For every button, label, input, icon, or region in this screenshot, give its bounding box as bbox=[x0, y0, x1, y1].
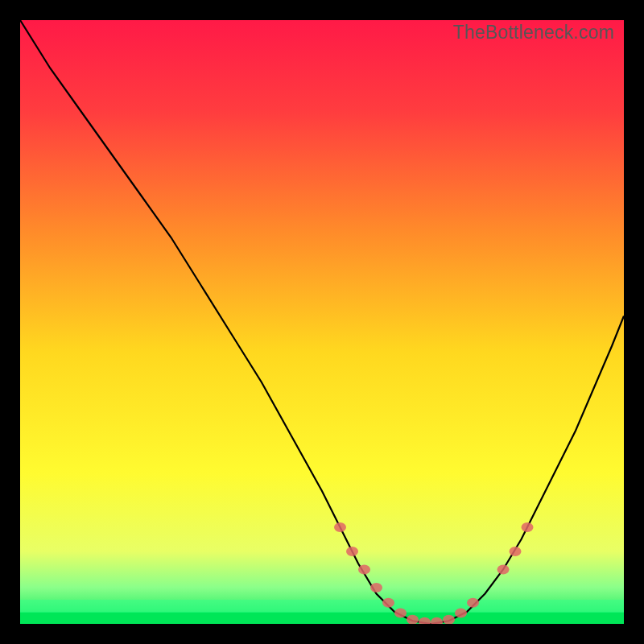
marker-dot bbox=[497, 565, 510, 575]
watermark-text: TheBottleneck.com bbox=[453, 22, 614, 43]
gradient-background bbox=[20, 20, 624, 624]
marker-dot bbox=[510, 547, 522, 556]
marker-dot bbox=[334, 522, 346, 532]
marker-dot bbox=[358, 565, 370, 575]
marker-dot bbox=[394, 609, 407, 618]
marker-dot bbox=[467, 598, 479, 608]
marker-dot bbox=[370, 583, 382, 592]
chart-frame: TheBottleneck.com bbox=[20, 20, 624, 624]
green-baseline bbox=[20, 612, 624, 624]
green-glow bbox=[20, 600, 624, 613]
marker-dot bbox=[455, 609, 467, 618]
marker-dot bbox=[382, 598, 394, 608]
marker-dot bbox=[346, 547, 358, 556]
chart-plot bbox=[20, 20, 624, 624]
marker-dot bbox=[522, 522, 534, 532]
